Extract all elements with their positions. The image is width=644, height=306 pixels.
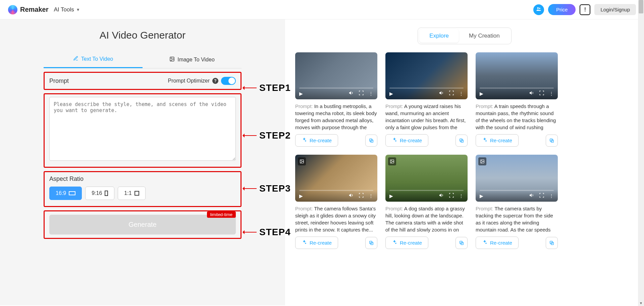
menu-icon[interactable]: ⋮ [549,91,554,96]
svg-point-3 [171,58,172,58]
tab-image-to-video[interactable]: Image To Video [143,51,241,68]
menu-icon[interactable]: ⋮ [459,193,464,199]
ratio-16-9[interactable]: 16:9 [49,187,82,200]
explore-tabs: Explore My Creation [418,28,511,44]
price-button[interactable]: Price [548,4,576,15]
play-icon[interactable]: ▶ [299,193,303,199]
ratio-9-16[interactable]: 9:16 [85,187,114,200]
aspect-ratio-row: 16:9 9:16 1:1 [49,187,236,200]
recreate-button[interactable]: Re-create [385,134,428,147]
card-prompt-text: Prompt: The camera follows Santa's sleig… [295,205,377,233]
video-controls: ▶ ⋮ [385,190,468,202]
copy-button[interactable] [455,135,468,147]
copy-button[interactable] [365,237,377,249]
menu-icon[interactable]: ⋮ [549,193,554,199]
menu-icon[interactable]: ⋮ [369,193,373,199]
prompt-header: Prompt Prompt Optimizer ? [45,73,240,89]
play-icon[interactable]: ▶ [389,193,393,199]
volume-icon[interactable] [348,193,354,199]
play-icon[interactable]: ▶ [480,91,483,96]
sparkle-icon [302,137,307,144]
video-card: ▶ ⋮ Prompt: A young wizard raises his wa… [385,52,468,147]
prompt-textarea[interactable] [49,97,236,161]
ratio-1-1-icon [135,191,139,196]
login-signup-button[interactable]: Login/Signup [594,4,636,15]
step2-label: STEP2 [243,130,291,141]
tab-explore[interactable]: Explore [419,29,459,43]
card-actions: Re-create [476,134,558,147]
recreate-button[interactable]: Re-create [385,237,428,249]
copy-button[interactable] [365,135,377,147]
copy-button[interactable] [546,237,558,249]
feedback-button[interactable] [580,4,590,15]
card-actions: Re-create [385,237,468,249]
volume-icon[interactable] [439,193,444,199]
aspect-label: Aspect Ratio [49,175,236,183]
arrow-icon [243,135,257,136]
recreate-button[interactable]: Re-create [295,237,338,249]
copy-button[interactable] [546,135,558,147]
fullscreen-icon[interactable] [359,193,364,199]
step4-label: STEP4 [243,227,291,238]
brand-name: Remaker [20,6,49,13]
ai-tools-dropdown[interactable]: AI Tools ▼ [54,6,80,13]
menu-icon[interactable]: ⋮ [459,91,464,96]
tab-text-to-video[interactable]: Text To Video [44,51,143,68]
video-thumbnail[interactable]: ▶ ⋮ [385,155,468,202]
svg-point-1 [539,7,540,9]
tab-my-creation[interactable]: My Creation [459,29,510,43]
video-controls: ▶ ⋮ [295,88,377,99]
card-prompt-text: Prompt: A train speeds through a mountai… [476,103,558,131]
ratio-1-1[interactable]: 1:1 [118,187,145,200]
play-icon[interactable]: ▶ [480,193,483,199]
video-thumbnail[interactable]: ▶ ⋮ [295,155,377,202]
video-thumbnail[interactable]: ▶ ⋮ [476,52,558,99]
step3-box: Aspect Ratio 16:9 9:16 1:1 [44,171,241,207]
video-card: ▶ ⋮ Prompt: A dog stands atop a grassy h… [385,155,468,249]
ratio-16-9-label: 16:9 [56,190,66,196]
ratio-9-16-icon [105,191,108,196]
recreate-button[interactable]: Re-create [295,134,338,147]
community-button[interactable] [533,4,544,15]
fullscreen-icon[interactable] [449,193,454,199]
recreate-button[interactable]: Re-create [476,237,519,249]
fullscreen-icon[interactable] [539,193,544,199]
scrollbar-thumb[interactable] [639,0,643,13]
sparkle-icon [392,240,397,246]
video-thumbnail[interactable]: ▶ ⋮ [385,52,468,99]
recreate-button[interactable]: Re-create [476,134,519,147]
video-controls: ▶ ⋮ [476,190,558,202]
sparkle-icon [302,240,307,246]
card-actions: Re-create [385,134,468,147]
video-thumbnail[interactable]: ▶ ⋮ [295,52,377,99]
scroll-down-icon[interactable]: ▼ [638,300,644,305]
tab-image-label: Image To Video [177,57,215,63]
volume-icon[interactable] [348,90,354,97]
explore-panel: Explore My Creation ▶ ⋮ Prompt: In a bus… [285,19,644,305]
brand-logo[interactable]: Remaker [8,5,49,14]
video-thumbnail[interactable]: ▶ ⋮ [476,155,558,202]
vertical-scrollbar[interactable]: ▲ ▼ [638,0,644,305]
volume-icon[interactable] [529,193,534,199]
help-icon[interactable]: ? [212,78,218,84]
copy-button[interactable] [455,237,468,249]
video-controls: ▶ ⋮ [385,88,468,99]
volume-icon[interactable] [439,90,444,97]
fullscreen-icon[interactable] [449,90,454,97]
prompt-label: Prompt [49,78,69,85]
image-source-icon [388,157,396,165]
card-prompt-text: Prompt: The camera starts by tracking th… [476,205,558,233]
arrow-icon [243,88,257,88]
app-header: Remaker AI Tools ▼ Price Login/Signup [0,0,644,19]
play-icon[interactable]: ▶ [299,91,303,96]
volume-icon[interactable] [529,90,534,97]
step4-box: limited-time Generate [44,210,241,239]
optimizer-toggle[interactable] [221,77,236,85]
card-actions: Re-create [295,134,377,147]
fullscreen-icon[interactable] [359,90,364,97]
fullscreen-icon[interactable] [539,90,544,97]
arrow-icon [243,188,257,189]
menu-icon[interactable]: ⋮ [369,91,373,96]
prompt-optimizer-group: Prompt Optimizer ? [168,77,236,85]
play-icon[interactable]: ▶ [389,91,393,96]
